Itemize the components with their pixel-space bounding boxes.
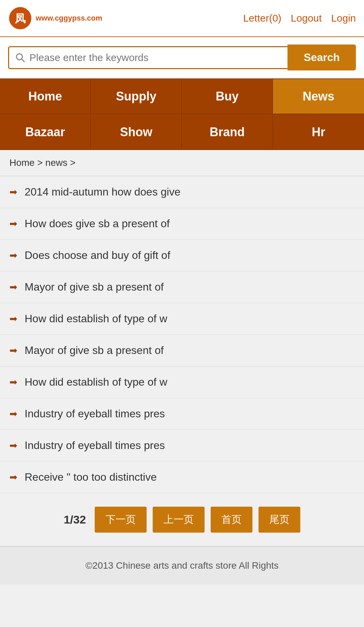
news-item[interactable]: ➡ Receive " too too distinctive bbox=[0, 461, 364, 493]
footer-text: ©2013 Chinese arts and crafts store All … bbox=[85, 560, 278, 571]
logout-link[interactable]: Logout bbox=[291, 12, 322, 24]
news-item[interactable]: ➡ Mayor of give sb a present of bbox=[0, 335, 364, 366]
news-list: ➡ 2014 mid-autumn how does give ➡ How do… bbox=[0, 176, 364, 493]
nav-news[interactable]: News bbox=[273, 79, 364, 114]
news-item-text: How did establish of type of w bbox=[25, 376, 167, 388]
search-input-wrapper bbox=[8, 46, 287, 69]
news-item[interactable]: ➡ Mayor of give sb a present of bbox=[0, 271, 364, 303]
chevron-right-icon: ➡ bbox=[9, 440, 17, 451]
chevron-right-icon: ➡ bbox=[9, 472, 17, 483]
chevron-right-icon: ➡ bbox=[9, 408, 17, 419]
login-link[interactable]: Login bbox=[331, 12, 356, 24]
news-item[interactable]: ➡ Industry of eyeball times pres bbox=[0, 398, 364, 430]
first-page-button[interactable]: 首页 bbox=[211, 507, 252, 533]
prev-page-button[interactable]: 上一页 bbox=[153, 507, 205, 533]
nav-show[interactable]: Show bbox=[91, 115, 182, 150]
header: 凤 www.cggypss.com Letter(0) Logout Login bbox=[0, 0, 364, 37]
news-item[interactable]: ➡ How does give sb a present of bbox=[0, 208, 364, 240]
footer: ©2013 Chinese arts and crafts store All … bbox=[0, 546, 364, 585]
next-page-button[interactable]: 下一页 bbox=[95, 507, 147, 533]
chevron-right-icon: ➡ bbox=[9, 186, 17, 198]
news-item-text: Mayor of give sb a present of bbox=[25, 344, 164, 357]
nav-hr[interactable]: Hr bbox=[273, 115, 364, 150]
news-item-text: 2014 mid-autumn how does give bbox=[25, 186, 181, 198]
logo-text: www.cggypss.com bbox=[36, 14, 102, 23]
chevron-right-icon: ➡ bbox=[9, 313, 17, 324]
search-icon bbox=[15, 52, 25, 63]
news-item[interactable]: ➡ 2014 mid-autumn how does give bbox=[0, 176, 364, 208]
news-item-text: Does choose and buy of gift of bbox=[25, 249, 170, 262]
news-item[interactable]: ➡ How did establish of type of w bbox=[0, 366, 364, 398]
chevron-right-icon: ➡ bbox=[9, 345, 17, 356]
current-page: 1 bbox=[64, 513, 70, 526]
news-item[interactable]: ➡ Does choose and buy of gift of bbox=[0, 240, 364, 271]
chevron-right-icon: ➡ bbox=[9, 250, 17, 261]
last-page-button[interactable]: 尾页 bbox=[259, 507, 300, 533]
news-item-text: Industry of eyeball times pres bbox=[25, 408, 165, 420]
page-info: 1/32 bbox=[64, 513, 86, 526]
search-button[interactable]: Search bbox=[287, 44, 356, 70]
news-item-text: Mayor of give sb a present of bbox=[25, 281, 164, 293]
nav-bazaar[interactable]: Bazaar bbox=[0, 115, 91, 150]
svg-line-3 bbox=[22, 59, 25, 62]
news-item-text: How did establish of type of w bbox=[25, 312, 167, 325]
news-item[interactable]: ➡ How did establish of type of w bbox=[0, 303, 364, 335]
breadcrumb: Home > news > bbox=[0, 150, 364, 176]
pagination: 1/32 下一页 上一页 首页 尾页 bbox=[0, 493, 364, 546]
chevron-right-icon: ➡ bbox=[9, 218, 17, 229]
header-links: Letter(0) Logout Login bbox=[243, 12, 356, 24]
nav-brand[interactable]: Brand bbox=[182, 115, 273, 150]
search-input[interactable] bbox=[29, 52, 281, 63]
chevron-right-icon: ➡ bbox=[9, 281, 17, 293]
nav-supply[interactable]: Supply bbox=[91, 79, 182, 114]
svg-text:凤: 凤 bbox=[14, 12, 26, 25]
total-pages: 32 bbox=[73, 513, 86, 526]
news-item-text: How does give sb a present of bbox=[25, 217, 170, 230]
nav-home[interactable]: Home bbox=[0, 79, 91, 114]
nav-row1: Home Supply Buy News bbox=[0, 79, 364, 114]
search-bar: Search bbox=[0, 37, 364, 79]
letter-link[interactable]: Letter(0) bbox=[243, 12, 281, 24]
chevron-right-icon: ➡ bbox=[9, 377, 17, 388]
logo-area: 凤 www.cggypss.com bbox=[8, 6, 102, 30]
news-item[interactable]: ➡ Industry of eyeball times pres bbox=[0, 430, 364, 461]
svg-point-2 bbox=[17, 54, 23, 60]
news-item-text: Industry of eyeball times pres bbox=[25, 439, 165, 452]
news-item-text: Receive " too too distinctive bbox=[25, 471, 157, 483]
logo-icon: 凤 bbox=[8, 6, 32, 30]
nav-row2: Bazaar Show Brand Hr bbox=[0, 114, 364, 150]
nav-buy[interactable]: Buy bbox=[182, 79, 273, 114]
